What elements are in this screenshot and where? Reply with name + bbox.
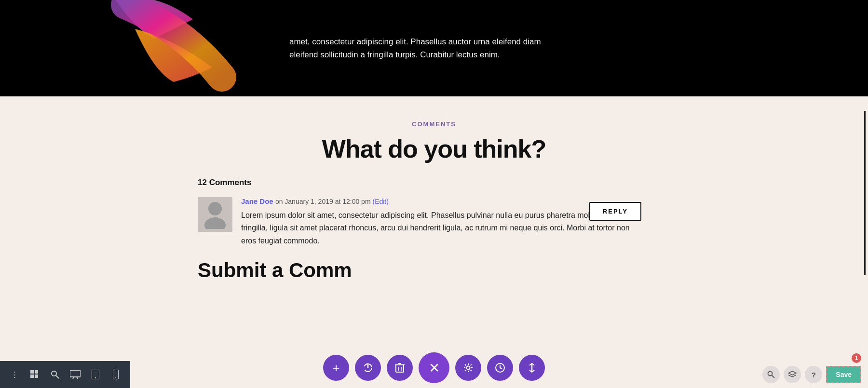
svg-rect-2 [30,370,34,374]
right-layers-button[interactable] [784,366,801,383]
comments-heading: What do you think? [198,134,670,163]
notification-badge: 1 [852,353,861,363]
svg-point-27 [768,372,773,376]
svg-point-22 [467,366,470,370]
svg-point-1 [204,217,226,229]
svg-rect-8 [70,370,81,377]
bottom-toolbar: ⋮ [0,361,130,388]
reply-button[interactable]: REPLY [589,202,641,221]
fab-trash-button[interactable] [387,355,413,381]
fab-clock-button[interactable] [487,355,513,381]
svg-marker-29 [788,371,796,375]
save-button[interactable]: Save [826,366,861,383]
svg-point-12 [95,377,96,378]
floating-actions: + ✕ [323,352,545,388]
svg-point-6 [52,371,56,376]
toolbar-grid-icon[interactable] [27,367,42,382]
svg-rect-5 [35,375,38,378]
comments-container: COMMENTS What do you think? 12 Comments … [198,96,670,301]
scrollbar-thumb[interactable] [864,111,866,275]
right-search-button[interactable] [762,366,780,383]
fab-gear-button[interactable] [455,355,481,381]
fab-close-button[interactable]: ✕ [419,352,449,383]
avatar [198,197,232,232]
fab-power-button[interactable] [355,355,381,381]
right-help-button[interactable]: ? [805,366,822,383]
toolbar-search-icon[interactable] [47,367,63,382]
toolbar-mobile-icon[interactable] [108,367,123,382]
scrollbar-track[interactable] [861,96,868,388]
comments-label: COMMENTS [198,120,670,128]
avatar-silhouette [198,197,232,232]
top-body-text: amet, consectetur adipiscing elit. Phase… [280,35,550,61]
comment-author: Jane Doe [241,197,273,205]
top-section: amet, consectetur adipiscing elit. Phase… [0,0,868,96]
comment-text: Lorem ipsum dolor sit amet, consectetur … [241,209,637,247]
svg-rect-3 [35,370,38,374]
svg-point-14 [115,377,116,378]
toolbar-dots-icon[interactable]: ⋮ [7,367,22,382]
svg-line-28 [772,375,774,378]
right-controls: ? Save [756,361,868,388]
toolbar-desktop-icon[interactable] [68,367,83,382]
fab-add-button[interactable]: + [323,355,349,381]
top-description: amet, consectetur adipiscing elit. Phase… [289,37,541,59]
comment-item: Jane Doe on January 1, 2019 at 12:00 pm … [198,197,670,247]
comments-count: 12 Comments [198,178,670,187]
comment-edit-link[interactable]: (Edit) [372,198,388,205]
comment-date: on January 1, 2019 at 12:00 pm [275,198,373,205]
svg-line-25 [500,368,502,369]
svg-line-7 [56,375,59,378]
svg-point-0 [208,202,222,215]
top-graphic [0,0,280,96]
toolbar-tablet-icon[interactable] [88,367,103,382]
svg-rect-17 [396,365,404,372]
main-section: COMMENTS What do you think? 12 Comments … [0,96,868,388]
submit-comment-heading: Submit a Comm [198,259,670,282]
svg-rect-4 [30,375,34,378]
fab-bars-button[interactable] [519,355,545,381]
